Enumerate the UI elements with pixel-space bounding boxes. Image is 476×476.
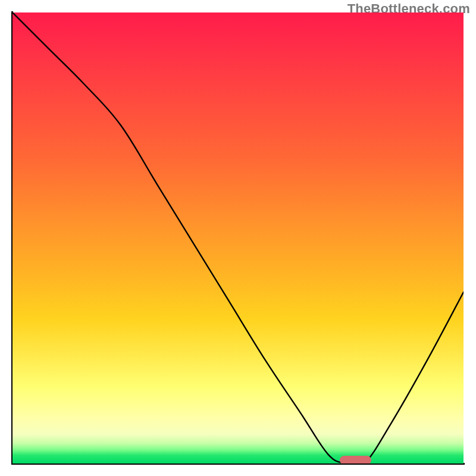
bottleneck-curve [12, 12, 464, 464]
chart-canvas: TheBottleneck.com [0, 0, 476, 476]
optimum-marker [340, 456, 371, 464]
plot-area [12, 12, 464, 464]
curve-svg [12, 12, 464, 464]
